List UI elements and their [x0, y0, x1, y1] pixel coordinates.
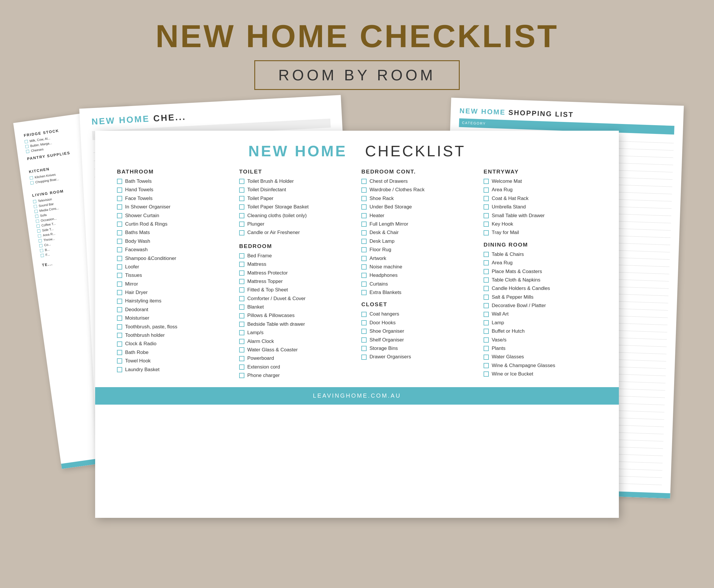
checkbox[interactable]: [361, 196, 367, 201]
checkbox[interactable]: [117, 256, 122, 261]
checkbox[interactable]: [117, 341, 122, 347]
checkbox[interactable]: [239, 179, 244, 184]
checkbox[interactable]: [117, 204, 122, 210]
checkbox[interactable]: [361, 179, 367, 184]
checkbox[interactable]: [361, 230, 367, 235]
list-item: Toilet Paper: [239, 196, 353, 202]
main-checklist-paper: NEW HOME CHECKLIST BATHROOM Bath Towels …: [95, 131, 619, 518]
checkbox[interactable]: [239, 339, 244, 344]
checkbox[interactable]: [239, 356, 244, 361]
checkbox[interactable]: [239, 213, 244, 218]
checkbox[interactable]: [117, 222, 122, 227]
checkbox[interactable]: [117, 213, 122, 218]
checkbox[interactable]: [361, 329, 367, 334]
checkbox[interactable]: [361, 312, 367, 317]
checkbox[interactable]: [483, 230, 489, 235]
checkbox[interactable]: [117, 290, 122, 295]
checkbox[interactable]: [239, 364, 244, 370]
checkbox[interactable]: [239, 270, 244, 276]
list-item: Mattress Topper: [239, 278, 353, 285]
checkbox[interactable]: [361, 290, 367, 295]
checkbox[interactable]: [361, 337, 367, 343]
checkbox[interactable]: [483, 363, 489, 368]
checkbox[interactable]: [361, 247, 367, 252]
title-teal: NEW HOME: [248, 143, 347, 160]
checkbox[interactable]: [483, 187, 489, 193]
checkbox[interactable]: [117, 350, 122, 355]
checkbox[interactable]: [483, 312, 489, 317]
checkbox[interactable]: [117, 196, 122, 201]
checkbox[interactable]: [117, 324, 122, 330]
checkbox[interactable]: [483, 320, 489, 326]
checkbox[interactable]: [117, 367, 122, 372]
checkbox[interactable]: [239, 296, 244, 301]
checkbox[interactable]: [239, 304, 244, 310]
checkbox[interactable]: [117, 299, 122, 304]
checkbox[interactable]: [239, 222, 244, 227]
list-item: In Shower Organiser: [117, 204, 231, 210]
checkbox[interactable]: [239, 347, 244, 353]
checkbox[interactable]: [361, 346, 367, 351]
checkbox[interactable]: [361, 355, 367, 360]
checkbox[interactable]: [239, 230, 244, 235]
list-item: Toothbrush, paste, floss: [117, 324, 231, 330]
list-item: Phone charger: [239, 373, 353, 378]
checkbox[interactable]: [117, 264, 122, 270]
checkbox[interactable]: [483, 295, 489, 300]
checkbox[interactable]: [483, 260, 489, 266]
checkbox[interactable]: [239, 262, 244, 267]
checkbox[interactable]: [483, 179, 489, 184]
checkbox[interactable]: [361, 273, 367, 278]
checkbox[interactable]: [483, 346, 489, 351]
checkbox[interactable]: [483, 252, 489, 257]
checkbox[interactable]: [117, 187, 122, 193]
checkbox[interactable]: [483, 269, 489, 274]
list-item: Wall Art: [483, 311, 597, 317]
checkbox[interactable]: [361, 281, 367, 287]
checkbox[interactable]: [117, 247, 122, 252]
list-item: Candle or Air Freshener: [239, 230, 353, 235]
checkbox[interactable]: [361, 187, 367, 193]
checkbox[interactable]: [117, 307, 122, 312]
checkbox[interactable]: [483, 286, 489, 291]
checkbox[interactable]: [117, 230, 122, 235]
checkbox[interactable]: [483, 196, 489, 201]
checkbox[interactable]: [361, 239, 367, 244]
checkbox[interactable]: [483, 372, 489, 377]
list-item: Shampoo &Conditioner: [117, 256, 231, 261]
checkbox[interactable]: [361, 256, 367, 261]
checkbox[interactable]: [361, 204, 367, 210]
checkbox[interactable]: [483, 329, 489, 334]
checkbox[interactable]: [483, 355, 489, 360]
checkbox[interactable]: [117, 281, 122, 287]
checkbox[interactable]: [483, 204, 489, 210]
checkbox[interactable]: [239, 253, 244, 258]
checkbox[interactable]: [483, 213, 489, 218]
list-item: Umbrella Stand: [483, 204, 597, 210]
checkbox[interactable]: [117, 333, 122, 338]
checkbox[interactable]: [117, 273, 122, 278]
checkbox[interactable]: [361, 320, 367, 326]
checkbox[interactable]: [361, 264, 367, 270]
checkbox[interactable]: [361, 213, 367, 218]
checkbox[interactable]: [117, 179, 122, 184]
list-item: Bedside Table with drawer: [239, 321, 353, 327]
checkbox[interactable]: [239, 187, 244, 193]
checkbox[interactable]: [483, 337, 489, 343]
checkbox[interactable]: [239, 322, 244, 327]
checkbox[interactable]: [239, 330, 244, 335]
checkbox[interactable]: [117, 239, 122, 244]
checkbox[interactable]: [483, 303, 489, 308]
checkbox[interactable]: [117, 316, 122, 321]
checkbox[interactable]: [483, 277, 489, 282]
checkbox[interactable]: [361, 222, 367, 227]
checkbox[interactable]: [239, 287, 244, 293]
checkbox[interactable]: [239, 373, 244, 378]
checkbox[interactable]: [239, 204, 244, 210]
checkbox[interactable]: [117, 358, 122, 363]
checkbox[interactable]: [239, 279, 244, 284]
checkbox[interactable]: [239, 313, 244, 318]
checkbox[interactable]: [239, 196, 244, 201]
checkbox[interactable]: [483, 222, 489, 227]
list-item: Plants: [483, 345, 597, 351]
